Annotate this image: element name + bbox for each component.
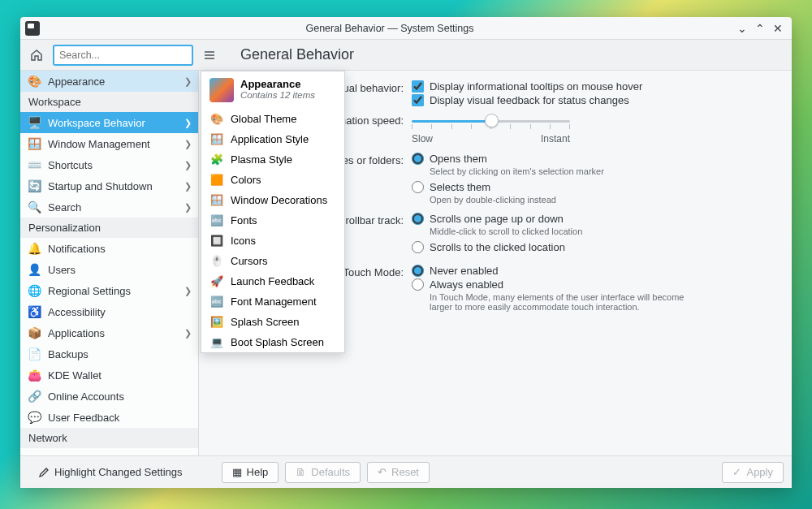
opens-radio-row[interactable]: Opens them — [412, 153, 774, 165]
popup-item-icon: 🪟 — [209, 193, 224, 208]
chevron-right-icon: ❯ — [184, 286, 192, 296]
help-icon: ▦ — [232, 466, 242, 478]
footer: Highlight Changed Settings ▦ Help 🗎 Defa… — [20, 455, 792, 488]
chevron-right-icon: ❯ — [184, 139, 192, 149]
opens-radio[interactable] — [412, 153, 424, 165]
appearance-popup: Appearance Contains 12 items 🎨Global The… — [201, 71, 345, 353]
pencil-icon — [38, 467, 50, 478]
sidebar-item-workspace-behavior[interactable]: 🖥️ Workspace Behavior ❯ — [20, 112, 198, 133]
sidebar-item-label: Online Accounts — [48, 390, 124, 403]
sidebar-item-accessibility[interactable]: ♿ Accessibility — [20, 301, 198, 322]
touch-always-radio[interactable] — [412, 278, 424, 291]
sidebar-icon: 🪟 — [27, 136, 41, 151]
popup-item-fonts[interactable]: 🔤Fonts — [201, 210, 344, 231]
home-button[interactable] — [25, 44, 48, 67]
sidebar-item-shortcuts[interactable]: ⌨️ Shortcuts ❯ — [20, 154, 198, 175]
chevron-right-icon: ❯ — [184, 160, 192, 170]
popup-item-icons[interactable]: 🔲Icons — [201, 231, 344, 251]
sidebar-icon: ⌨️ — [27, 157, 41, 172]
sidebar-item-label: Window Management — [48, 138, 150, 150]
scroll-to-radio[interactable] — [412, 241, 424, 253]
sidebar-item-appearance[interactable]: 🎨 Appearance ❯ — [20, 71, 198, 92]
popup-item-window-decorations[interactable]: 🪟Window Decorations — [201, 190, 344, 210]
sidebar-icon: 🔍 — [27, 200, 41, 214]
window-title: General Behavior — System Settings — [46, 23, 733, 34]
popup-subtitle: Contains 12 items — [240, 90, 315, 100]
tooltip-checkbox-row[interactable]: Display informational tooltips on mouse … — [412, 80, 774, 93]
popup-item-global-theme[interactable]: 🎨Global Theme — [201, 109, 344, 129]
search-input[interactable] — [53, 45, 193, 66]
popup-title: Appearance — [240, 78, 315, 90]
sidebar-icon: 📦 — [27, 326, 41, 340]
menu-button[interactable] — [198, 44, 221, 67]
undo-icon: ↶ — [378, 466, 387, 478]
sidebar-item-search[interactable]: 🔍 Search ❯ — [20, 196, 198, 218]
sidebar-item-applications[interactable]: 📦 Applications ❯ — [20, 322, 198, 343]
popup-item-icon: 🖼️ — [209, 315, 224, 330]
app-icon — [25, 21, 40, 36]
popup-item-icon: 🎨 — [209, 112, 224, 127]
sidebar-icon: 🔗 — [27, 389, 41, 403]
sidebar-item-online-accounts[interactable]: 🔗 Online Accounts — [20, 386, 198, 407]
scroll-page-radio-row[interactable]: Scrolls one page up or down — [412, 213, 774, 225]
scroll-to-radio-row[interactable]: Scrolls to the clicked location — [412, 241, 774, 253]
selects-radio[interactable] — [412, 181, 424, 193]
touch-hint: In Touch Mode, many elements of the user… — [430, 292, 689, 312]
sidebar-item-user-feedback[interactable]: 💬 User Feedback — [20, 407, 198, 428]
reset-button[interactable]: ↶ Reset — [367, 462, 430, 483]
selects-radio-row[interactable]: Selects them — [412, 181, 774, 193]
sidebar-icon: 🌐 — [27, 283, 41, 298]
popup-item-splash-screen[interactable]: 🖼️Splash Screen — [201, 312, 344, 332]
sidebar-item-kde-wallet[interactable]: 👛 KDE Wallet — [20, 364, 198, 386]
touch-never-radio[interactable] — [412, 265, 424, 277]
close-icon[interactable]: ✕ — [769, 22, 787, 35]
animation-slider[interactable] — [412, 113, 570, 129]
sidebar-section-network: Network — [20, 428, 198, 448]
popup-item-icon: 🖱️ — [209, 254, 224, 269]
sidebar-item-label: Backups — [48, 348, 89, 360]
feedback-checkbox-row[interactable]: Display visual feedback for status chang… — [412, 94, 774, 106]
slider-fast-label: Instant — [541, 133, 570, 145]
popup-item-icon: 🔲 — [209, 234, 224, 248]
scroll-hint: Middle-click to scroll to clicked locati… — [430, 226, 774, 236]
touch-never-row[interactable]: Never enabled — [412, 265, 774, 277]
maximize-icon[interactable]: ⌃ — [751, 22, 769, 35]
touch-always-row[interactable]: Always enabled — [412, 278, 774, 291]
popup-item-application-style[interactable]: 🪟Application Style — [201, 129, 344, 149]
sidebar-item-notifications[interactable]: 🔔 Notifications — [20, 238, 198, 259]
popup-item-font-management[interactable]: 🔤Font Management — [201, 291, 344, 312]
apply-button[interactable]: ✓ Apply — [722, 462, 784, 483]
sidebar-icon: ♿ — [27, 304, 41, 319]
popup-item-launch-feedback[interactable]: 🚀Launch Feedback — [201, 271, 344, 291]
slider-slow-label: Slow — [412, 133, 433, 145]
opens-hint: Select by clicking on item's selection m… — [430, 166, 774, 176]
sidebar-item-users[interactable]: 👤 Users — [20, 259, 198, 280]
sidebar[interactable]: 🎨 Appearance ❯Workspace🖥️ Workspace Beha… — [20, 71, 199, 455]
feedback-checkbox[interactable] — [412, 94, 424, 106]
sidebar-item-label: Workspace Behavior — [48, 117, 145, 129]
highlight-changed-button[interactable]: Highlight Changed Settings — [28, 462, 192, 483]
appearance-icon — [209, 78, 234, 102]
tooltip-checkbox[interactable] — [412, 80, 424, 93]
sidebar-item-label: Applications — [48, 327, 105, 339]
home-icon — [30, 49, 43, 62]
sidebar-item-regional-settings[interactable]: 🌐 Regional Settings ❯ — [20, 280, 198, 301]
sidebar-item-window-management[interactable]: 🪟 Window Management ❯ — [20, 133, 198, 154]
popup-item-boot-splash-screen[interactable]: 💻Boot Splash Screen — [201, 332, 344, 352]
scroll-page-radio[interactable] — [412, 213, 424, 225]
sidebar-item-startup-and-shutdown[interactable]: 🔄 Startup and Shutdown ❯ — [20, 175, 198, 196]
sidebar-icon: 🔄 — [27, 179, 41, 193]
help-button[interactable]: ▦ Help — [222, 462, 279, 483]
minimize-icon[interactable]: ⌄ — [733, 22, 751, 35]
popup-item-colors[interactable]: 🟧Colors — [201, 170, 344, 190]
popup-item-cursors[interactable]: 🖱️Cursors — [201, 251, 344, 271]
sidebar-item-label: Startup and Shutdown — [48, 180, 153, 192]
popup-item-icon: 🟧 — [209, 173, 224, 188]
sidebar-item-backups[interactable]: 📄 Backups — [20, 343, 198, 364]
hamburger-icon — [203, 49, 216, 62]
sidebar-section-workspace: Workspace — [20, 92, 198, 112]
sidebar-icon: 🖥️ — [27, 115, 41, 130]
popup-item-plasma-style[interactable]: 🧩Plasma Style — [201, 149, 344, 170]
defaults-button[interactable]: 🗎 Defaults — [285, 462, 361, 483]
sidebar-item-label: Users — [48, 264, 76, 276]
